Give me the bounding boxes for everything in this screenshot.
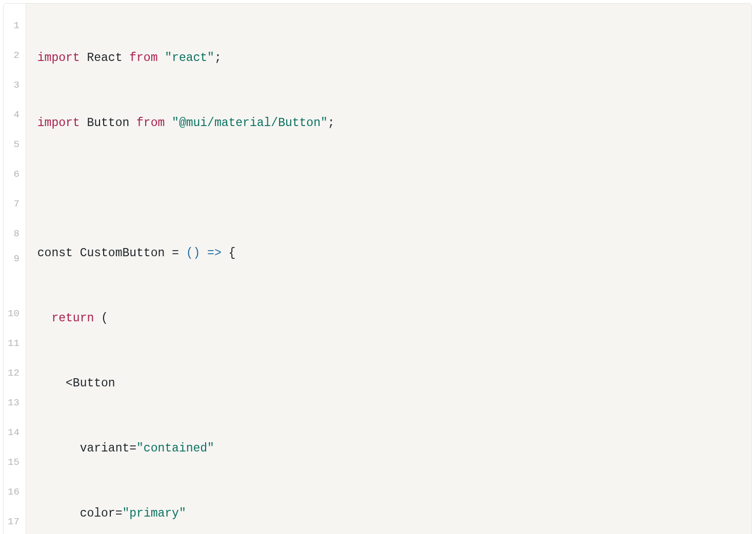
line-number: 6 (8, 159, 21, 189)
text (157, 51, 165, 65)
line-number: 17 (8, 507, 21, 534)
text: ( (94, 312, 108, 325)
text: variant= (37, 442, 136, 455)
text: const CustomButton = (37, 247, 186, 260)
code-line: color="primary" (37, 502, 740, 531)
text (37, 312, 52, 325)
text: { (222, 247, 236, 260)
string: "react" (165, 51, 214, 65)
line-number: 16 (8, 477, 21, 507)
line-number: 14 (8, 418, 21, 447)
code-line: const CustomButton = () => { (37, 241, 740, 271)
line-number: 15 (8, 447, 21, 477)
text (200, 247, 207, 260)
text: Button (80, 116, 136, 130)
string: "primary" (122, 507, 186, 520)
keyword: from (136, 116, 165, 130)
text: React (80, 51, 130, 65)
string: "contained" (136, 442, 214, 455)
keyword: return (51, 312, 94, 325)
line-number: 7 (8, 189, 21, 219)
line-number-gutter: 1234567891011121314151617 (4, 4, 26, 534)
line-number: 13 (8, 388, 21, 418)
punct: ; (214, 51, 222, 65)
string: "@mui/material/Button" (172, 116, 328, 130)
line-number: 5 (8, 130, 21, 159)
line-number: 2 (8, 40, 21, 70)
line-number: 9 (8, 249, 21, 299)
line-number: 12 (8, 358, 21, 388)
line-number: 4 (8, 100, 21, 130)
code-line: import React from "react"; (37, 46, 740, 76)
paren: () (186, 247, 201, 260)
code-line: variant="contained" (37, 437, 740, 466)
code-line: <Button (37, 372, 740, 401)
code-block: 1234567891011121314151617 import React f… (3, 3, 752, 534)
arrow: => (207, 247, 222, 260)
line-number: 3 (8, 70, 21, 100)
code-line: return ( (37, 306, 740, 336)
text: color= (37, 507, 123, 520)
code-line: import Button from "@mui/material/Button… (37, 111, 740, 141)
keyword: from (129, 51, 157, 65)
text: <Button (37, 377, 115, 390)
line-number: 11 (8, 328, 21, 358)
code-line (37, 176, 740, 206)
keyword: import (37, 51, 80, 65)
code-content[interactable]: import React from "react"; import Button… (26, 4, 751, 534)
line-number: 1 (8, 11, 21, 40)
keyword: import (37, 116, 80, 130)
line-number: 10 (8, 299, 21, 328)
punct: ; (328, 116, 335, 130)
text (165, 116, 172, 130)
line-number: 8 (8, 219, 21, 249)
